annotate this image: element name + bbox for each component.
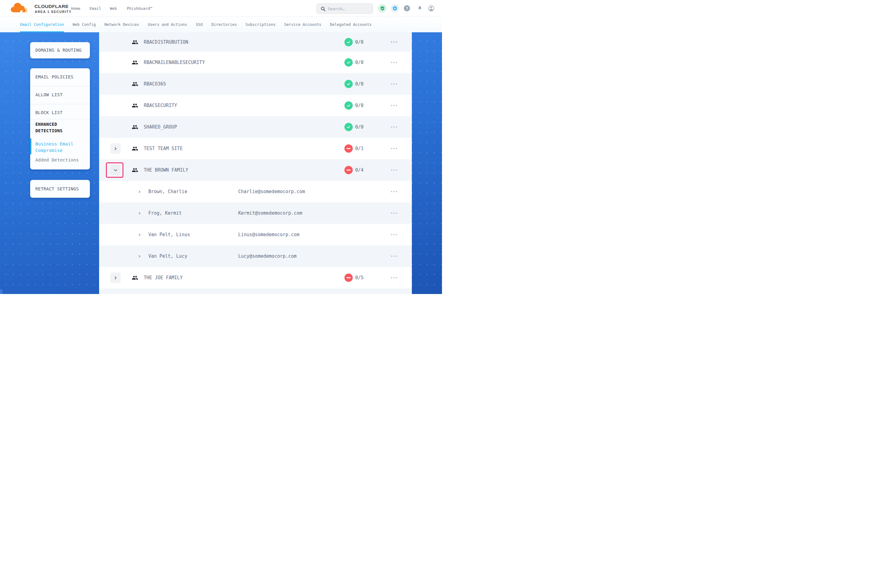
sidebar-item-added-detections[interactable]: Added Detections (35, 157, 85, 163)
member-name: Van Pelt, Lucy (148, 254, 187, 259)
row-actions-button[interactable] (389, 124, 398, 130)
top-header: CLOUDFLARE AREA 1 SECURITY Home Email We… (0, 0, 442, 17)
group-icon (132, 39, 138, 45)
account-icon[interactable] (427, 4, 436, 13)
sidebar-card-retract: RETRACT SETTINGS (30, 180, 90, 198)
group-row: TEST TEAM SITE0/1 (99, 138, 412, 159)
search-box (316, 3, 373, 14)
member-email: Linus@somedemocorp.com (238, 232, 299, 237)
sidebar-item-domains-routing[interactable]: DOMAINS & ROUTING (35, 47, 85, 54)
group-name: TEST TEAM SITE (144, 146, 182, 151)
group-name: RBACSECURITY (144, 103, 177, 108)
group-name: THE JOE FAMILY (144, 275, 182, 280)
group-row: THE BROWN FAMILY0/4 (99, 159, 412, 181)
member-row: Van Pelt, LinusLinus@somedemocorp.com (99, 224, 412, 245)
tab-delegated-accounts[interactable]: Delegated Accounts (330, 17, 371, 32)
member-name: Frog, Kermit (148, 210, 182, 216)
row-actions-button[interactable] (389, 102, 398, 109)
sidebar-item-block-list[interactable]: BLOCK LIST (35, 110, 85, 116)
nav-item-web[interactable]: Web (110, 0, 117, 17)
tab-web-config[interactable]: Web Config (73, 17, 96, 32)
member-name: Van Pelt, Linus (148, 232, 190, 237)
group-count: 0/4 (355, 167, 364, 173)
member-name: Brown, Charlie (148, 189, 187, 194)
tab-sso[interactable]: SSO (196, 17, 203, 32)
status-badge (344, 58, 353, 67)
status-badge (344, 274, 353, 282)
row-actions-button[interactable] (389, 59, 398, 66)
tab-network-devices[interactable]: Network Devices (104, 17, 139, 32)
member-email: Kermit@somedemocorp.com (238, 210, 302, 216)
sidebar-item-business-email-compromise[interactable]: Business Email Compromise (35, 141, 81, 154)
config-tab-bar: Email Configuration Web Config Network D… (0, 17, 442, 32)
group-row: RBACDISTRUBUTION0/0 (99, 32, 412, 52)
row-actions-button[interactable] (389, 274, 398, 281)
group-table: RBACDISTRUBUTION0/0RBACMAILENABLESECURIT… (99, 32, 412, 294)
member-row: Van Pelt, LucyLucy@somedemocorp.com (99, 245, 412, 267)
group-row: RBACSECURITY0/0 (99, 95, 412, 116)
status-badge (344, 166, 353, 174)
group-row: THE JOE FAMILY0/5 (99, 267, 412, 288)
member-row: Frog, KermitKermit@somedemocorp.com (99, 202, 412, 224)
group-count: 0/0 (355, 81, 364, 87)
nav-item-email[interactable]: Email (90, 0, 101, 17)
sidebar-item-retract-settings[interactable]: RETRACT SETTINGS (35, 186, 85, 192)
chevron-right-icon (138, 232, 141, 238)
member-email: Lucy@somedemocorp.com (238, 254, 297, 259)
gear-icon[interactable] (391, 4, 399, 13)
row-actions-button[interactable] (389, 253, 398, 260)
group-count: 0/1 (355, 146, 364, 151)
group-name: RBACDISTRUBUTION (144, 39, 188, 45)
divider (30, 119, 90, 119)
divider (30, 104, 90, 104)
row-actions-button[interactable] (389, 145, 398, 152)
sidebar-item-allow-list[interactable]: ALLOW LIST (35, 92, 85, 98)
security-shield-icon[interactable] (378, 4, 386, 13)
row-actions-button[interactable] (389, 210, 398, 216)
expand-toggle-button[interactable] (110, 273, 121, 283)
group-name: THE BROWN FAMILY (144, 167, 188, 173)
row-actions-button[interactable] (389, 81, 398, 87)
status-badge (344, 38, 353, 46)
group-count: 0/0 (355, 39, 364, 45)
question-mark-glyph: ? (404, 5, 410, 11)
sidebar-item-enhanced-detections[interactable]: ENHANCED DETECTIONS (35, 121, 81, 134)
bell-icon[interactable] (415, 4, 424, 13)
row-actions-button[interactable] (389, 166, 398, 174)
nav-item-phishguard[interactable]: PhishGuard™ (127, 0, 152, 17)
nav-item-home[interactable]: Home (71, 0, 80, 17)
status-badge (344, 123, 353, 131)
status-badge (344, 144, 353, 153)
partial-row (99, 288, 412, 294)
group-icon (132, 274, 138, 281)
tab-email-configuration[interactable]: Email Configuration (20, 17, 64, 32)
expand-toggle-button[interactable] (110, 143, 121, 154)
group-icon (132, 167, 138, 174)
group-icon (132, 146, 138, 152)
search-input[interactable] (328, 4, 371, 14)
brand-subtitle: AREA 1 SECURITY (35, 10, 72, 14)
help-icon[interactable]: ? (403, 4, 411, 13)
tab-service-accounts[interactable]: Service Accounts (284, 17, 321, 32)
group-name: RBACO365 (144, 81, 166, 87)
tab-subscriptions[interactable]: Subscriptions (245, 17, 275, 32)
group-icon (132, 59, 138, 66)
row-actions-button[interactable] (389, 231, 398, 238)
group-row: RBACMAILENABLESECURITY0/0 (99, 52, 412, 73)
group-count: 0/0 (355, 124, 364, 130)
expand-toggle-button[interactable] (110, 165, 121, 175)
brand-name: CLOUDFLARE (35, 4, 69, 9)
group-icon (132, 81, 138, 87)
group-count: 0/0 (355, 103, 364, 108)
row-actions-button[interactable] (389, 39, 398, 45)
tab-directories[interactable]: Directories (212, 17, 237, 32)
sidebar-card-domains: DOMAINS & ROUTING (30, 42, 90, 58)
sidebar-item-email-policies[interactable]: EMAIL POLICIES (35, 74, 85, 80)
group-name: SHARED_GROUP (144, 124, 177, 130)
chevron-right-icon (138, 210, 141, 216)
scroll-notch (0, 290, 3, 294)
search-icon (321, 6, 326, 11)
row-actions-button[interactable] (389, 188, 398, 195)
member-email: Charlie@somedemocorp.com (238, 189, 305, 194)
tab-users-and-actions[interactable]: Users and Actions (148, 17, 187, 32)
